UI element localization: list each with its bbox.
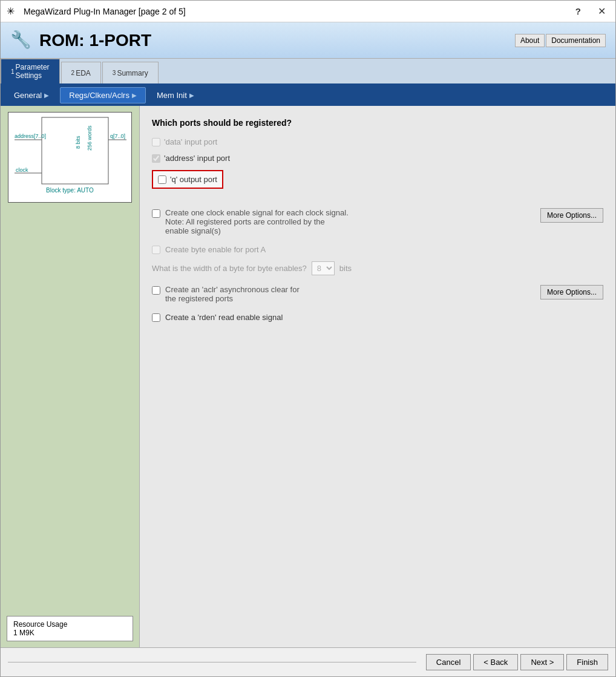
close-button[interactable]: ✕ xyxy=(594,4,609,18)
aclr-line1: Create an 'aclr' asynchronous clear for xyxy=(165,285,536,294)
svg-rect-0 xyxy=(42,117,108,184)
back-button[interactable]: < Back xyxy=(473,654,518,670)
title-bar-left: ✳ MegaWizard Plug-In Manager [page 2 of … xyxy=(7,5,186,18)
address-input-row: 'address' input port xyxy=(152,154,603,163)
byte-width-select[interactable]: 8 xyxy=(312,261,335,275)
tab-general[interactable]: General ▶ xyxy=(5,88,57,103)
aclr-row: Create an 'aclr' asynchronous clear for … xyxy=(152,285,603,303)
tabs-row2: General ▶ Regs/Clken/Aclrs ▶ Mem Init ▶ xyxy=(1,85,615,106)
aclr-checkbox[interactable] xyxy=(152,286,160,295)
block-diagram-svg: address[7..0] q[7..0] clock 8 bits 256 w… xyxy=(8,113,133,200)
svg-text:address[7..0]: address[7..0] xyxy=(15,133,46,139)
header-logo-icon: 🔧 xyxy=(10,30,32,51)
title-bar: ✳ MegaWizard Plug-In Manager [page 2 of … xyxy=(1,1,615,22)
tab-regs-arrow: ▶ xyxy=(132,92,137,99)
aclr-more-options-button[interactable]: More Options... xyxy=(540,285,603,299)
next-button[interactable]: Next > xyxy=(520,654,564,670)
resource-usage-box: Resource Usage 1 M9K xyxy=(7,616,133,641)
clock-enable-more-options-button[interactable]: More Options... xyxy=(540,208,603,223)
right-panel: Which ports should be registered? 'data'… xyxy=(140,106,615,647)
aclr-section: Create an 'aclr' asynchronous clear for … xyxy=(152,285,603,303)
q-output-row-highlighted: 'q' output port xyxy=(152,170,223,189)
sidebar: address[7..0] q[7..0] clock 8 bits 256 w… xyxy=(1,106,140,647)
cancel-button[interactable]: Cancel xyxy=(426,654,471,670)
data-input-row: 'data' input port xyxy=(152,137,603,146)
data-input-label: 'data' input port xyxy=(164,137,217,146)
q-output-checkbox[interactable] xyxy=(158,175,166,184)
svg-text:clock: clock xyxy=(16,167,28,173)
window-title: MegaWizard Plug-In Manager [page 2 of 5] xyxy=(24,7,186,16)
tab2-number: 2 xyxy=(71,70,75,76)
bottom-divider xyxy=(8,662,416,662)
finish-button[interactable]: Finish xyxy=(566,654,608,670)
documentation-button[interactable]: Documentation xyxy=(546,34,606,47)
byte-width-unit: bits xyxy=(339,264,352,273)
svg-text:q[7..0]: q[7..0] xyxy=(110,133,125,139)
byte-width-label: What is the width of a byte for byte ena… xyxy=(152,264,307,273)
byte-enable-row: Create byte enable for port A xyxy=(152,245,603,254)
byte-width-row: What is the width of a byte for byte ena… xyxy=(152,261,603,275)
tab-regs-label: Regs/Clken/Aclrs xyxy=(69,91,129,100)
q-output-label: 'q' output port xyxy=(170,175,217,184)
header-title: ROM: 1-PORT xyxy=(39,31,151,50)
address-input-checkbox-wrapper: 'address' input port xyxy=(152,154,230,163)
tab-mem-label: Mem Init xyxy=(157,91,187,100)
address-input-checkbox[interactable] xyxy=(152,154,160,163)
clock-enable-line3: enable signal(s) xyxy=(165,226,536,235)
byte-enable-checkbox[interactable] xyxy=(152,246,160,254)
clock-enable-text-block: Create one clock enable signal for each … xyxy=(165,208,536,235)
clock-enable-row: Create one clock enable signal for each … xyxy=(152,208,603,235)
block-diagram: address[7..0] q[7..0] clock 8 bits 256 w… xyxy=(8,112,132,203)
q-output-checkbox-wrapper: 'q' output port xyxy=(158,175,217,184)
tab-general-arrow: ▶ xyxy=(44,92,49,99)
data-input-checkbox[interactable] xyxy=(152,138,160,146)
clock-enable-checkbox[interactable] xyxy=(152,209,160,218)
clock-enable-line1: Create one clock enable signal for each … xyxy=(165,208,536,217)
tab-summary[interactable]: 3 Summary xyxy=(102,62,159,83)
title-bar-right: ? ✕ xyxy=(572,4,609,18)
tab1-number: 1 xyxy=(11,68,15,75)
rden-row: Create a 'rden' read enable signal xyxy=(152,313,603,322)
clock-enable-line2: Note: All registered ports are controlle… xyxy=(165,217,536,226)
svg-text:Block type: AUTO: Block type: AUTO xyxy=(46,187,94,194)
resource-usage-label: Resource Usage xyxy=(13,620,126,629)
app-icon: ✳ xyxy=(7,5,19,18)
tabs-row1: 1 ParameterSettings 2 EDA 3 Summary xyxy=(1,59,615,85)
bottom-bar: Cancel < Back Next > Finish xyxy=(1,647,615,676)
tab3-label: Summary xyxy=(117,69,148,77)
rden-label: Create a 'rden' read enable signal xyxy=(165,313,283,322)
address-input-label: 'address' input port xyxy=(164,154,230,163)
tab-parameter-settings[interactable]: 1 ParameterSettings xyxy=(1,59,60,83)
rden-checkbox[interactable] xyxy=(152,313,160,322)
tab1-label: ParameterSettings xyxy=(16,63,50,80)
main-content: address[7..0] q[7..0] clock 8 bits 256 w… xyxy=(1,106,615,647)
aclr-text-block: Create an 'aclr' asynchronous clear for … xyxy=(165,285,536,303)
header-area: 🔧 ROM: 1-PORT About Documentation xyxy=(1,22,615,59)
help-button[interactable]: ? xyxy=(572,5,585,18)
resource-usage-value: 1 M9K xyxy=(13,629,126,637)
aclr-line2: the registered ports xyxy=(165,294,536,303)
main-window: ✳ MegaWizard Plug-In Manager [page 2 of … xyxy=(0,0,616,677)
svg-text:8 bits: 8 bits xyxy=(75,136,81,149)
tab-regs-clken-aclrs[interactable]: Regs/Clken/Aclrs ▶ xyxy=(60,87,146,103)
tab-mem-arrow: ▶ xyxy=(189,92,194,99)
tab-eda[interactable]: 2 EDA xyxy=(61,62,101,83)
tab3-number: 3 xyxy=(113,70,116,76)
svg-text:256 words: 256 words xyxy=(87,125,93,151)
tab2-label: EDA xyxy=(76,69,91,77)
data-input-checkbox-wrapper: 'data' input port xyxy=(152,137,217,146)
clock-enable-section: Create one clock enable signal for each … xyxy=(152,208,603,235)
byte-enable-label: Create byte enable for port A xyxy=(165,245,266,254)
about-button[interactable]: About xyxy=(515,34,545,47)
tab-mem-init[interactable]: Mem Init ▶ xyxy=(148,88,203,103)
section-title: Which ports should be registered? xyxy=(152,118,603,128)
tab-general-label: General xyxy=(14,91,42,100)
header-right: About Documentation xyxy=(515,34,606,47)
header-left: 🔧 ROM: 1-PORT xyxy=(10,30,151,51)
